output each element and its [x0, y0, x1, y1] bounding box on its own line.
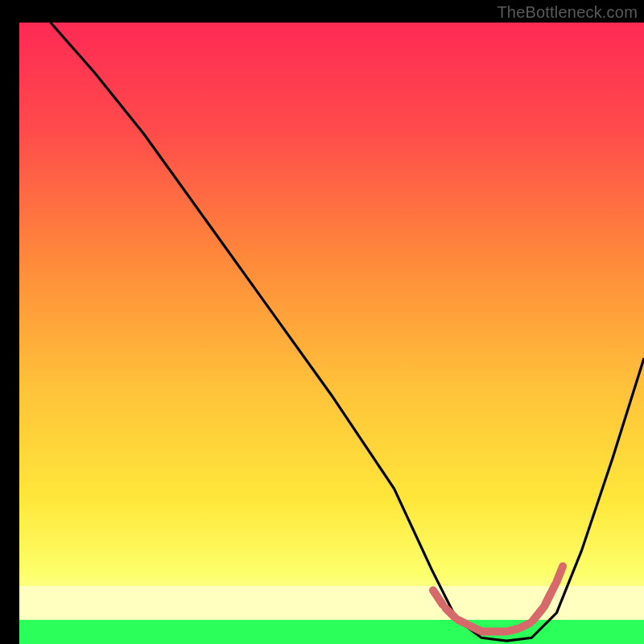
chart-container: TheBottleneck.com	[0, 0, 644, 644]
optimal-range-dash	[544, 594, 551, 607]
optimal-range-dash	[458, 620, 468, 625]
optimal-range-dash	[521, 623, 530, 628]
optimal-range-dash	[508, 629, 518, 631]
plot-green-band	[19, 620, 644, 644]
bottleneck-chart	[0, 0, 644, 644]
watermark-text: TheBottleneck.com	[497, 3, 638, 22]
plot-gradient-area	[19, 23, 644, 620]
optimal-range-dash	[471, 626, 481, 631]
